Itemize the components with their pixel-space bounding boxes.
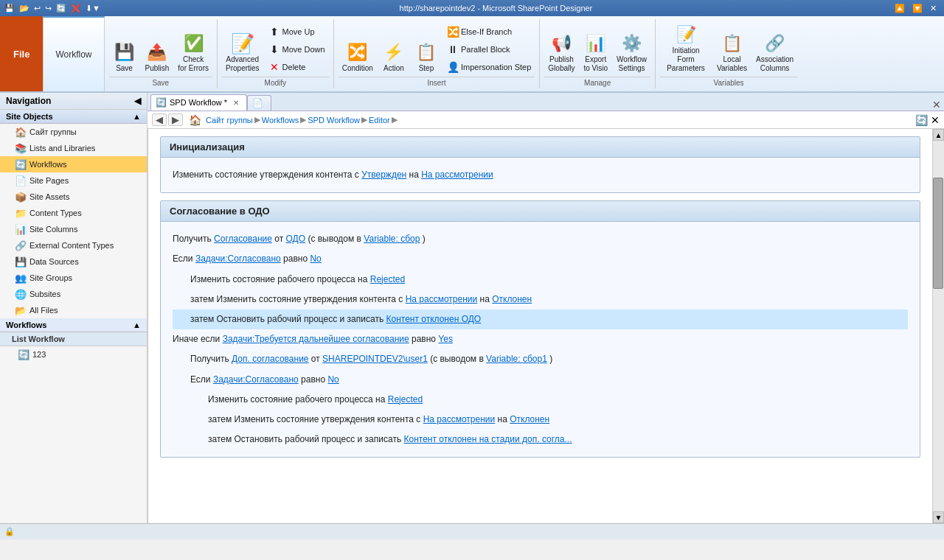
export-visio-button[interactable]: 📊 Exportto Visio xyxy=(580,29,611,75)
save-button[interactable]: 💾 Save xyxy=(109,38,140,75)
link-kontent-otklonen-stadi[interactable]: Контент отклонен на стадии доп. согла... xyxy=(403,434,572,444)
scrollbar-up-btn[interactable]: ▲ xyxy=(933,129,944,141)
breadcrumb-close-btn[interactable]: ✕ xyxy=(931,114,940,126)
link-variable-sbor1[interactable]: Variable: сбор1 xyxy=(486,354,547,364)
publish-globally-button[interactable]: 📢 PublishGlobally xyxy=(544,29,578,75)
workflows-section-header[interactable]: Workflows ▲ xyxy=(0,318,147,332)
move-down-button[interactable]: ⬇ Move Down xyxy=(265,41,329,57)
nav-item-all-files[interactable]: 📂 All Files xyxy=(0,302,147,318)
file-tab[interactable]: File xyxy=(0,16,43,91)
impersonation-label: Impersonation Step xyxy=(461,63,531,71)
odo-line-8: Если Задачи:Согласовано равно No xyxy=(173,370,908,390)
workflow-tab[interactable]: Workflow xyxy=(43,16,104,91)
publish-button[interactable]: 📤 Publish xyxy=(142,38,173,75)
link-na-rassmotrenii-1[interactable]: На рассмотрении xyxy=(421,169,493,180)
check-errors-button[interactable]: ✅ Checkfor Errors xyxy=(174,29,212,75)
breadcrumb-back-btn[interactable]: ◀ xyxy=(152,113,167,126)
nav-collapse-icon[interactable]: ◀ xyxy=(134,96,141,106)
breadcrumb-editor[interactable]: Editor xyxy=(369,116,390,125)
link-rejected-1[interactable]: Rejected xyxy=(370,274,405,284)
nav-item-data-sources[interactable]: 💾 Data Sources xyxy=(0,253,147,270)
nav-item-subsites[interactable]: 🌐 Subsites xyxy=(0,286,147,302)
workflow-settings-button[interactable]: ⚙️ WorkflowSettings xyxy=(613,29,650,75)
odo-line-2: Если Задачи:Согласовано равно No xyxy=(173,249,908,269)
else-if-branch-button[interactable]: 🔀 Else-If Branch xyxy=(443,24,535,40)
condition-button[interactable]: 🔀 Condition xyxy=(339,38,377,75)
move-up-button[interactable]: ⬆ Move Up xyxy=(265,24,329,40)
link-kontent-otklonen-odo[interactable]: Контент отклонен ОДО xyxy=(386,314,481,324)
link-na-rassmotrenii-2[interactable]: На рассмотрении xyxy=(406,294,478,304)
step-button[interactable]: 📋 Step xyxy=(411,38,442,75)
local-variables-button[interactable]: 📋 LocalVariables xyxy=(713,29,751,75)
link-yes[interactable]: Yes xyxy=(438,334,453,344)
link-sharepointdev2-user1[interactable]: SHAREPOINTDEV2\user1 xyxy=(322,354,428,364)
link-zadachi-trebuetsya[interactable]: Задачи:Требуется дальнейшее согласование xyxy=(223,334,409,344)
breadcrumb-forward-btn[interactable]: ▶ xyxy=(168,113,183,126)
scrollbar-thumb[interactable] xyxy=(933,178,943,289)
nav-item-site-assets[interactable]: 📦 Site Assets xyxy=(0,189,147,205)
breadcrumb-site-root[interactable]: Сайт группы xyxy=(206,116,253,125)
nav-item-site-pages[interactable]: 📄 Site Pages xyxy=(0,172,147,189)
impersonation-icon: 👤 xyxy=(447,61,459,73)
title-bar-controls[interactable]: 🔼 🔽 ✕ xyxy=(892,4,940,13)
parallel-block-button[interactable]: ⏸ Parallel Block xyxy=(443,41,535,57)
workflow-child-123[interactable]: 🔄 123 xyxy=(0,346,147,363)
nav-item-site-columns[interactable]: 📊 Site Columns xyxy=(0,221,147,237)
nav-item-external-content[interactable]: 🔗 External Content Types xyxy=(0,237,147,253)
publish-globally-icon: 📢 xyxy=(549,32,573,55)
publish-globally-label: PublishGlobally xyxy=(548,55,575,73)
tab-extra[interactable]: 📄 xyxy=(247,95,271,111)
breadcrumb-refresh-btn[interactable]: 🔄 xyxy=(915,114,928,126)
association-columns-button[interactable]: 🔗 AssociationColumns xyxy=(752,29,797,75)
close-content-area-btn[interactable]: ✕ xyxy=(932,99,941,111)
editor-scroll-container: Инициализация Изменить состояние утвержд… xyxy=(148,129,944,523)
link-otklonen-1[interactable]: Отклонен xyxy=(492,294,532,304)
nav-item-site-groups[interactable]: 👥 Site Groups xyxy=(0,270,147,286)
check-errors-icon: ✅ xyxy=(181,32,205,55)
nav-item-site-groups-label: Site Groups xyxy=(30,273,72,282)
nav-item-workflows[interactable]: 🔄 Workflows xyxy=(0,156,147,172)
ribbon-group-save: 💾 Save 📤 Publish ✅ Checkfor Errors Save xyxy=(105,19,218,88)
delete-button[interactable]: ✕ Delete xyxy=(265,59,329,75)
initiation-form-icon: 📝 xyxy=(674,23,698,46)
link-dop-soglasovanie[interactable]: Доп. согласование xyxy=(232,354,308,364)
vertical-scrollbar[interactable]: ▲ ▼ xyxy=(932,129,944,523)
link-no-1[interactable]: No xyxy=(310,253,321,264)
parallel-icon: ⏸ xyxy=(447,43,459,55)
scrollbar-track[interactable] xyxy=(933,141,944,511)
link-na-rassmotrenii-3[interactable]: На рассмотрении xyxy=(423,414,496,424)
nav-item-site-assets-label: Site Assets xyxy=(30,192,69,201)
link-rejected-2[interactable]: Rejected xyxy=(388,394,423,405)
link-utverjden[interactable]: Утвержден xyxy=(361,169,406,180)
scrollbar-down-btn[interactable]: ▼ xyxy=(933,511,944,523)
tab-close-btn[interactable]: ✕ xyxy=(233,99,239,107)
link-odo[interactable]: ОДО xyxy=(286,234,306,244)
link-variable-sbor[interactable]: Variable: сбор xyxy=(364,234,420,244)
link-otklonen-2[interactable]: Отклонен xyxy=(510,414,549,424)
close-btn[interactable]: ✕ xyxy=(927,4,940,13)
subsites-icon: 🌐 xyxy=(15,288,27,300)
restore-btn[interactable]: 🔽 xyxy=(909,4,926,13)
impersonation-step-button[interactable]: 👤 Impersonation Step xyxy=(443,59,535,75)
odo-line-5[interactable]: затем Остановить рабочий процесс и запис… xyxy=(173,309,908,329)
breadcrumb-sep-4: ▶ xyxy=(392,115,398,125)
breadcrumb-spd-workflow[interactable]: SPD Workflow xyxy=(308,116,360,125)
link-zadachi-soglasovano-1[interactable]: Задачи:Согласовано xyxy=(195,253,281,264)
initiation-form-button[interactable]: 📝 Initiation FormParameters xyxy=(660,21,712,75)
tab-spd-workflow[interactable]: 🔄 SPD Workflow * ✕ xyxy=(150,94,247,111)
nav-item-site-root[interactable]: 🏠 Сайт группы xyxy=(0,124,147,140)
breadcrumb-workflows[interactable]: Workflows xyxy=(262,116,299,125)
init-line-1: Изменить состояние утверждения контента … xyxy=(173,165,908,185)
link-soglasovanie[interactable]: Согласование xyxy=(214,234,272,244)
nav-item-content-types[interactable]: 📁 Content Types xyxy=(0,205,147,221)
link-zadachi-soglasovano-2[interactable]: Задачи:Согласовано xyxy=(213,374,299,385)
minimize-btn[interactable]: 🔼 xyxy=(892,4,908,13)
site-objects-collapse-icon[interactable]: ▲ xyxy=(133,112,141,121)
link-no-2[interactable]: No xyxy=(327,374,339,385)
workflows-section-collapse[interactable]: ▲ xyxy=(133,321,141,329)
title-bar: 💾 📂 ↩ ↪ 🔄 ❌ ⬇▼ http://sharepointdev2 - M… xyxy=(0,0,944,16)
advanced-properties-button[interactable]: 📝 AdvancedProperties xyxy=(222,29,263,75)
action-button[interactable]: ⚡ Action xyxy=(378,38,409,75)
site-objects-header[interactable]: Site Objects ▲ xyxy=(0,110,147,124)
nav-item-lists[interactable]: 📚 Lists and Libraries xyxy=(0,140,147,156)
